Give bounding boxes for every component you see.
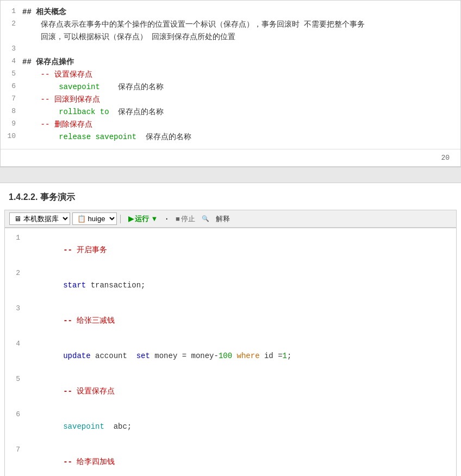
editor-line-1: 1 -- 开启事务	[5, 233, 456, 268]
line-content-2: 保存点表示在事务中的某个操作的位置设置一个标识（保存点），事务回滚时 不需要把整…	[22, 19, 460, 30]
section-divider	[0, 167, 461, 183]
kw-where-4: where	[232, 352, 259, 360]
line-content-7: -- 回滚到保存点	[22, 94, 460, 105]
comment-token-3: --	[63, 316, 77, 325]
stop-label: 停止	[181, 214, 195, 224]
line-num-5: 5	[1, 69, 22, 78]
code-line-6: 6 savepoint 保存点的名称	[1, 81, 460, 93]
bottom-section: 1.4.2.2. 事务演示 🖥 本机数据库 📋 huige ▶ 运行 ▼ · ■…	[0, 183, 461, 476]
editor-line-num-1: 1	[5, 233, 27, 242]
line-content-10: release savepoint 保存点的名称	[22, 131, 460, 143]
top-code-section: 1 ## 相关概念 2 保存点表示在事务中的某个操作的位置设置一个标识（保存点）…	[0, 0, 461, 167]
line-content-9: -- 删除保存点	[22, 119, 460, 130]
page-number-area: 20	[1, 149, 460, 166]
code-line-3: 3	[1, 43, 460, 56]
line-content-5: -- 设置保存点	[22, 69, 460, 80]
code-line-5: 5 -- 设置保存点	[1, 68, 460, 81]
line-num-3: 3	[1, 44, 22, 53]
comment-text-3: 给张三减钱	[77, 316, 115, 325]
line-num-2: 2	[1, 19, 22, 28]
code-line-7: 7 -- 回滚到保存点	[1, 93, 460, 106]
editor-area[interactable]: 1 -- 开启事务 2 start transaction; 3 -- 给张三减…	[4, 228, 457, 476]
run-icon: ▶	[128, 215, 134, 223]
line-num-2b	[1, 32, 22, 32]
line-num-6: 6	[1, 82, 22, 90]
editor-line-num-4: 4	[5, 339, 27, 348]
editor-line-content-5: -- 设置保存点	[27, 374, 456, 409]
editor-line-content-6: savepoint abc;	[27, 410, 456, 444]
kw-set-4: set	[136, 352, 150, 360]
comment-token-7: --	[63, 458, 77, 466]
explain-label: 解释	[216, 214, 230, 224]
code-block-top: 1 ## 相关概念 2 保存点表示在事务中的某个操作的位置设置一个标识（保存点）…	[1, 1, 460, 149]
line-num-4: 4	[1, 57, 22, 65]
kw-update-4: update	[63, 352, 90, 360]
editor-line-num-6: 6	[5, 410, 27, 418]
line-content-4: ## 保存点操作	[22, 57, 460, 68]
editor-line-6: 6 savepoint abc;	[5, 409, 456, 444]
num-1-4: 1	[283, 352, 287, 360]
editor-line-content-2: start transaction;	[27, 268, 456, 303]
comment-text-7: 给李四加钱	[77, 458, 115, 466]
line-content-3	[22, 44, 460, 55]
page-number: 20	[441, 154, 450, 162]
editor-line-5: 5 -- 设置保存点	[5, 374, 456, 409]
code-line-8: 8 rollback to 保存点的名称	[1, 106, 460, 118]
line-num-8: 8	[1, 107, 22, 115]
line-content-6: savepoint 保存点的名称	[22, 82, 460, 93]
code-line-1: 1 ## 相关概念	[1, 6, 460, 18]
code-line-9: 9 -- 删除保存点	[1, 118, 460, 131]
explain-button[interactable]: 解释	[211, 213, 234, 225]
editor-line-num-3: 3	[5, 304, 27, 312]
toolbar: 🖥 本机数据库 📋 huige ▶ 运行 ▼ · ■ 停止 🔍 解释	[4, 210, 457, 228]
database-selector-2[interactable]: 📋 huige	[72, 212, 117, 225]
editor-line-content-1: -- 开启事务	[27, 233, 456, 267]
run-button[interactable]: ▶ 运行 ▼	[124, 213, 162, 225]
code-line-2b: 回滚，可以根据标识（保存点） 回滚到保存点所处的位置	[1, 31, 460, 43]
database-selector-1[interactable]: 🖥 本机数据库	[9, 212, 70, 225]
kw-start: start	[63, 281, 90, 290]
toolbar-separator: ·	[164, 215, 169, 223]
editor-line-7: 7 -- 给李四加钱	[5, 444, 456, 476]
editor-line-num-2: 2	[5, 268, 27, 277]
editor-line-content-7: -- 给李四加钱	[27, 445, 456, 476]
line-content-2b: 回滚，可以根据标识（保存点） 回滚到保存点所处的位置	[22, 32, 460, 43]
run-label: 运行 ▼	[135, 214, 158, 224]
toolbar-divider-1	[120, 215, 121, 223]
line-num-7: 7	[1, 94, 22, 103]
line-content-8: rollback to 保存点的名称	[22, 107, 460, 118]
line-num-9: 9	[1, 119, 22, 128]
editor-line-2: 2 start transaction;	[5, 268, 456, 303]
editor-line-content-3: -- 给张三减钱	[27, 304, 456, 338]
code-line-4: 4 ## 保存点操作	[1, 56, 460, 68]
code-line-10: 10 release savepoint 保存点的名称	[1, 131, 460, 143]
code-line-2: 2 保存点表示在事务中的某个操作的位置设置一个标识（保存点），事务回滚时 不需要…	[1, 18, 460, 31]
line-num-10: 10	[1, 131, 22, 140]
comment-token-1: --	[63, 246, 77, 254]
stop-button[interactable]: ■ 停止	[171, 213, 200, 225]
section-title: 1.4.2.2. 事务演示	[0, 192, 461, 210]
comment-text-5: 设置保存点	[77, 387, 115, 396]
kw-transaction: transaction;	[91, 281, 146, 290]
kw-savepoint-6: savepoint	[63, 422, 104, 431]
comment-text-1: 开启事务	[77, 246, 107, 254]
editor-line-num-5: 5	[5, 374, 27, 383]
line-num-1: 1	[1, 7, 22, 15]
line-content-1: ## 相关概念	[22, 7, 460, 18]
editor-line-3: 3 -- 给张三减钱	[5, 303, 456, 339]
num-100-4: 100	[219, 352, 232, 360]
stop-icon: ■	[176, 215, 180, 223]
toolbar-separator-2: 🔍	[202, 215, 209, 222]
editor-line-4: 4 update account set money = money-100 w…	[5, 339, 456, 374]
editor-line-content-4: update account set money = money-100 whe…	[27, 339, 456, 373]
comment-token-5: --	[63, 387, 77, 396]
editor-line-num-7: 7	[5, 445, 27, 454]
